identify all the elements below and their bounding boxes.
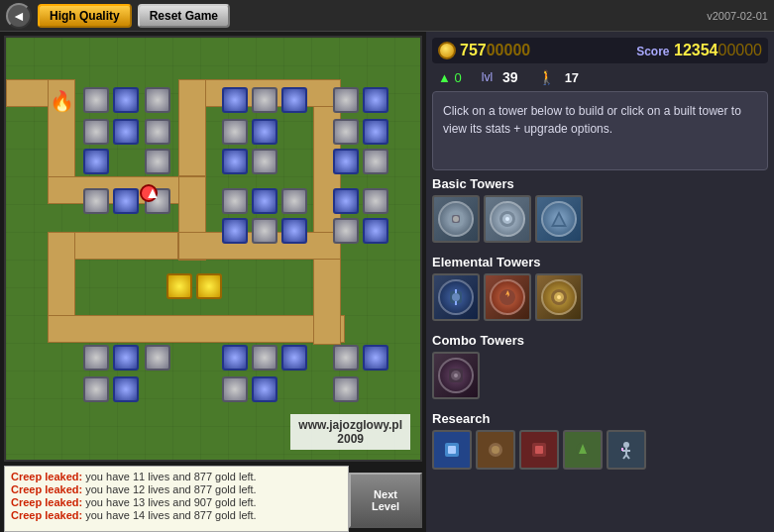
score-stat: Score 1235400000 [636,42,762,59]
stat-row2: ▲ 0 lvl 39 🚶 17 [432,69,768,85]
svg-line-31 [626,455,629,459]
log-line: Creep leaked: you have 12 lives and 877 … [11,483,342,495]
enemy-count: 17 [565,70,579,85]
combo-towers-section: Combo Towers [432,333,768,405]
basic-tower-2[interactable] [484,195,531,243]
svg-point-9 [452,293,460,301]
enemy-unit [140,184,158,202]
back-button[interactable]: ◄ [6,3,32,29]
top-bar: ◄ High Quality Reset Game v2007-02-01 [0,0,774,32]
info-box: Click on a tower below to build or click… [432,91,768,170]
svg-point-2 [453,216,459,222]
lvl-label: lvl [482,70,493,84]
elemental-tower-2[interactable] [484,273,531,321]
high-quality-button[interactable]: High Quality [38,4,132,28]
gold-stat: 75700000 [438,42,530,59]
gold-value: 75700000 [460,42,530,59]
basic-towers-section: Basic Towers [432,176,768,249]
version-label: v2007-02-01 [707,10,768,22]
right-panel: 75700000 Score 1235400000 ▲ 0 lvl 39 🚶 1… [426,32,774,532]
basic-tower-1[interactable] [432,195,480,243]
research-btn-2[interactable] [476,430,515,470]
next-level-button[interactable]: NextLevel [349,473,422,528]
info-text: Click on a tower below to build or click… [443,102,757,138]
elemental-tower-1[interactable] [432,273,480,321]
svg-point-15 [557,295,561,299]
score-value: 12354 [674,42,719,58]
svg-point-5 [505,217,509,221]
combo-towers-label: Combo Towers [432,333,768,348]
gold-coin-icon [438,42,456,59]
log-line: Creep leaked: you have 14 lives and 877 … [11,509,342,521]
log-line: Creep leaked: you have 13 lives and 907 … [11,496,342,508]
game-area: 🔥 ▲ www.jajozglowy.pl 2009 Creep leaked:… [0,32,426,532]
research-btn-1[interactable] [432,430,472,470]
research-btn-4[interactable] [563,430,603,470]
watermark: www.jajozglowy.pl 2009 [290,414,410,450]
svg-point-22 [492,446,499,454]
elemental-towers-label: Elemental Towers [432,255,768,269]
elemental-towers-row [432,273,768,321]
log-area: Creep leaked: you have 11 lives and 877 … [4,466,349,532]
combo-towers-row [432,352,768,399]
svg-rect-20 [448,446,456,454]
research-row [432,430,768,470]
research-btn-5[interactable] [607,430,646,470]
research-label: Research [432,411,768,426]
log-line: Creep leaked: you have 11 lives and 877 … [11,471,342,482]
basic-tower-3[interactable] [535,195,583,243]
enemy-icon: 🚶 [538,69,555,85]
lvl-value: 39 [502,69,518,85]
svg-point-18 [454,373,458,377]
stats-bar: 75700000 Score 1235400000 [432,38,768,63]
research-btn-3[interactable] [519,430,559,470]
lives-delta: ▲ 0 [438,70,462,85]
elemental-tower-3[interactable] [535,273,583,321]
bottom-area: Creep leaked: you have 11 lives and 877 … [0,466,426,532]
research-section: Research [432,411,768,470]
svg-point-27 [623,442,629,448]
reset-game-button[interactable]: Reset Game [138,4,230,28]
basic-towers-label: Basic Towers [432,176,768,191]
game-canvas[interactable]: 🔥 ▲ www.jajozglowy.pl 2009 [4,36,422,462]
svg-rect-24 [535,446,543,454]
fire-effect: 🔥 [50,89,74,113]
basic-towers-row [432,195,768,243]
main-layout: 🔥 ▲ www.jajozglowy.pl 2009 Creep leaked:… [0,32,774,532]
elemental-towers-section: Elemental Towers [432,255,768,327]
combo-tower-1[interactable] [432,352,480,399]
